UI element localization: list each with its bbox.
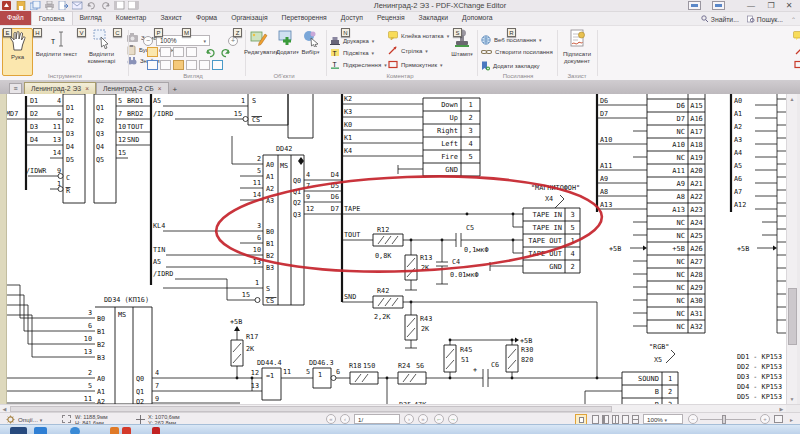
next-page-button[interactable]: › [404, 414, 414, 424]
ribbon-tab-Захист[interactable]: Захист [153, 11, 189, 25]
content-panel-icon[interactable] [212, 60, 223, 70]
next-view-button[interactable]: → [448, 414, 458, 424]
layout-single-icon[interactable] [592, 415, 599, 424]
options-gear-icon[interactable] [6, 415, 15, 424]
scroll-up-icon[interactable]: ▲ [787, 94, 797, 104]
zoom-out-button[interactable]: − [143, 36, 153, 46]
document-canvas[interactable]: MD7D1D2D3D4/IDWR4611131491D1D2D3D4D5CRQ1… [0, 94, 800, 404]
new-tab-button[interactable]: + [173, 85, 178, 94]
undo-icon[interactable] [86, 1, 97, 10]
document-tab[interactable]: Ленинград-2 СБ× [96, 82, 169, 94]
schematic-text: NC [677, 154, 685, 162]
add-objects-button[interactable]: Додати▾ [276, 28, 297, 76]
typewriter-button[interactable]: Друкарка▾ [330, 36, 374, 45]
document-tab[interactable]: Ленинград-2 Э3× [24, 82, 96, 94]
add-bookmark-button[interactable]: Додати закладку [481, 61, 540, 71]
comments-panel-icon[interactable] [173, 60, 184, 70]
prev-view-button[interactable]: ← [434, 414, 444, 424]
ribbon-tab-Організація[interactable]: Організація [224, 11, 274, 25]
schematic-text: 4 [570, 250, 574, 258]
sign-document-button[interactable]: Підписати документ [558, 28, 596, 78]
zoom-slider-knob[interactable] [722, 415, 726, 424]
schematic-text: 11 [53, 123, 61, 131]
ribbon-tab-Доступ[interactable]: Доступ [334, 11, 370, 25]
edit-objects-button[interactable]: Редагувати▾ [244, 28, 274, 76]
zoom-field[interactable]: 100% ▾ [643, 414, 683, 424]
first-page-button[interactable]: « [326, 414, 336, 424]
highlight-caret-icon: ▾ [372, 50, 375, 56]
pick-objects-button[interactable]: Вибір▾ [298, 28, 323, 76]
vertical-scroll-thumb[interactable] [788, 288, 797, 345]
print-icon[interactable] [44, 1, 55, 10]
highlight-button[interactable]: T Підсвітка▾ [330, 48, 374, 57]
page-number-field[interactable]: 1/ [354, 414, 400, 424]
weblink-caret-icon: ▾ [539, 37, 542, 43]
taskbar-item[interactable] [10, 427, 27, 434]
layout-spread-icon[interactable] [632, 415, 639, 424]
ui-option-toggle-1[interactable] [688, 1, 701, 10]
ribbon-tab-Рецензія[interactable]: Рецензія [370, 11, 412, 25]
bookmarks-panel-icon[interactable] [147, 60, 158, 70]
close-tab-icon[interactable]: × [85, 85, 89, 92]
close-tab-icon[interactable]: × [158, 85, 162, 92]
taskbar-item[interactable] [110, 427, 119, 434]
fit-page-button[interactable] [147, 47, 158, 57]
layout-two-up-cover-icon[interactable] [622, 415, 629, 424]
minimize-button[interactable]: — [742, 0, 760, 11]
createlink-button[interactable]: Створити посилання [481, 48, 553, 56]
schematic-text: A3 [734, 136, 742, 144]
close-button[interactable]: ✕ [780, 0, 798, 11]
rotate-ccw-icon[interactable] [204, 47, 216, 58]
mail-icon[interactable] [72, 1, 83, 10]
layout-continuous-icon[interactable] [602, 415, 609, 424]
arrow-tool-button[interactable]: Стрілка▾ [388, 46, 428, 55]
restore-button[interactable]: ❒ [762, 0, 780, 11]
rotate-cw-icon[interactable] [220, 47, 232, 58]
redo-icon[interactable] [100, 1, 111, 10]
tab-menu-icon[interactable]: ≡ [9, 83, 22, 94]
taskbar-item[interactable] [34, 427, 47, 434]
open-documents-icon[interactable] [30, 1, 41, 10]
save-icon[interactable] [16, 1, 27, 10]
ribbon-tab-Коментар[interactable]: Коментар [109, 11, 154, 25]
underline-button[interactable]: T Підкреслення▾ [330, 60, 387, 69]
rectangle-tool-button[interactable]: Прямокутник▾ [388, 60, 443, 69]
options-button[interactable]: Опції... ▾ [18, 416, 42, 423]
taskbar-item[interactable] [152, 427, 160, 434]
scroll-down-icon[interactable]: ▼ [787, 394, 797, 404]
prev-page-button[interactable]: ‹ [340, 414, 350, 424]
properties-icon[interactable] [128, 1, 139, 10]
fullscreen-icon[interactable] [774, 415, 783, 423]
vertical-scrollbar[interactable]: ▲ ▼ [786, 94, 797, 404]
attachments-panel-icon[interactable] [186, 60, 197, 70]
ribbon-tab-Перетворення[interactable]: Перетворення [275, 11, 334, 25]
panels-icon[interactable] [114, 1, 125, 10]
pages-panel-icon[interactable] [160, 60, 171, 70]
ribbon-tab-Закладки[interactable]: Закладки [412, 11, 455, 25]
last-page-button[interactable]: » [418, 414, 428, 424]
search-button[interactable]: Пошук... [747, 15, 783, 23]
find-button[interactable]: Знайти... [701, 15, 739, 23]
export-icon[interactable] [58, 1, 69, 10]
zoom-slider-track[interactable] [700, 419, 756, 420]
schematic-text: 11 [253, 179, 261, 187]
layout-two-up-icon[interactable] [612, 415, 619, 424]
fit-height-button[interactable] [186, 47, 197, 57]
ribbon-tab-Допомога[interactable]: Допомога [455, 11, 499, 25]
ui-option-toggle-2[interactable] [712, 1, 725, 10]
horizontal-scrollbar[interactable]: ◀ ▶ [0, 404, 800, 412]
statusbar-more-icon[interactable]: ▸ [790, 416, 793, 423]
taskbar-item[interactable] [70, 427, 80, 434]
taskbar-item[interactable] [122, 427, 131, 434]
zoom-out-status-button[interactable]: − [688, 414, 698, 424]
fields-panel-icon[interactable] [199, 60, 210, 70]
ribbon-tab-Вигляд[interactable]: Вигляд [73, 11, 109, 25]
fit-width-button[interactable] [160, 47, 171, 57]
ribbon-tab-Головна[interactable]: Головна [31, 11, 73, 25]
fit-visible-button[interactable] [173, 47, 184, 57]
ribbon-tab-Файл[interactable]: Файл [0, 11, 31, 25]
zoom-in-status-button[interactable]: + [760, 414, 770, 424]
collapse-ribbon-icon[interactable]: ⌃ [791, 16, 796, 23]
ribbon-tab-Форма[interactable]: Форма [189, 11, 224, 25]
sticky-note-button[interactable]: Клейка нотатка▾ [388, 31, 449, 40]
